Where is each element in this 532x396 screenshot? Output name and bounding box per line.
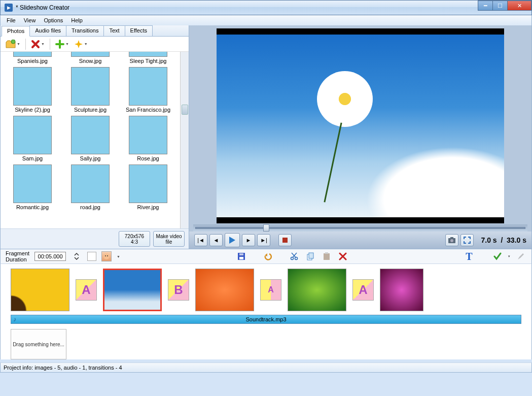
thumb-item[interactable]: River.jpg [125,164,171,210]
thumb-label: Rose.jpg [125,155,171,161]
aspect-value: 4:3 [119,239,150,245]
effect-button[interactable]: ▼ [73,39,89,50]
thumb-item[interactable]: Romantic.jpg [10,164,55,210]
thumb-item[interactable]: Sam.jpg [10,116,55,161]
timeline-audio-track[interactable]: ♪ Soundtrack.mp3 [11,315,521,324]
time-sep: / [501,236,503,244]
goto-start-button[interactable]: |◄ [194,234,207,246]
thumb-label: Sleep Tight.jpg [125,58,171,64]
chevron-down-icon: ▼ [17,42,20,46]
duration-stepper[interactable] [71,251,82,262]
text-tool-button[interactable]: T [464,251,475,262]
tab-text[interactable]: Text [103,25,125,36]
svg-rect-4 [450,237,453,239]
color-swatch[interactable] [87,252,96,261]
minimize-button[interactable]: ━ [478,1,493,11]
timeline-video-track[interactable]: A B A A [1,267,531,313]
thumb-label: Sam.jpg [10,155,55,161]
preview-panel: |◄ ◄ ► ►| 7.0 s / 33.0 s [189,25,531,249]
maximize-button[interactable]: ☐ [492,1,508,11]
thumb-item[interactable]: Snow.jpg [67,52,113,64]
thumb-item[interactable]: road.jpg [67,164,113,210]
chevron-down-icon: ▼ [84,42,88,46]
brush-button[interactable] [515,251,526,262]
open-folder-button[interactable]: ▼ [5,39,21,50]
resolution-button[interactable]: 720x576 4:3 [119,231,150,247]
fullscreen-icon [464,237,471,244]
play-button[interactable] [225,233,240,247]
thumb-image [13,52,52,57]
thumb-item[interactable]: Sally.jpg [67,116,113,161]
menu-options[interactable]: Options [40,16,67,24]
paste-icon [322,252,331,261]
thumb-item[interactable]: Sculpture.jpg [67,67,113,113]
timeline-transition[interactable]: A [76,279,97,301]
tab-effects[interactable]: Effects [125,25,153,36]
svg-rect-10 [239,253,243,255]
scrollbar-vertical[interactable] [180,52,189,228]
save-button[interactable] [236,251,247,262]
timeline-transition[interactable]: B [168,279,189,301]
thumb-image [129,52,167,57]
menu-file[interactable]: File [3,16,20,24]
menu-help[interactable]: Help [67,16,87,24]
thumb-label: River.jpg [125,204,171,210]
timeline-clip-selected[interactable] [103,269,162,311]
copy-button[interactable] [305,251,316,262]
timeline: A B A A ♪ Soundtrack.mp3 Drag something … [0,264,532,359]
daisy-graphic [317,71,373,127]
chevron-down-icon: ▼ [65,42,69,46]
drop-zone[interactable]: Drag something here... [11,329,66,359]
face-detect-button[interactable] [101,251,112,261]
thumb-item[interactable]: Rose.jpg [125,116,171,161]
timeline-clip[interactable] [288,269,346,311]
thumb-label: Sculpture.jpg [67,107,113,113]
timeline-transition[interactable]: A [352,279,374,301]
play-icon [228,236,236,244]
add-button[interactable]: ▼ [54,39,70,50]
tab-audio[interactable]: Audio files [29,25,66,36]
fullscreen-button[interactable] [460,234,474,246]
text-t-icon: T [466,251,472,262]
thumb-label: Sally.jpg [67,155,113,161]
tab-transitions[interactable]: Transitions [66,25,104,36]
thumb-item[interactable]: San Francisco.jpg [125,67,171,113]
cut-button[interactable] [289,251,300,262]
delete-item-button[interactable] [337,251,348,262]
thumb-item[interactable]: Spaniels.jpg [10,52,55,64]
timeline-clip[interactable] [11,269,69,311]
thumb-label: road.jpg [67,204,113,210]
scrollbar-thumb[interactable] [182,105,188,115]
prev-frame-button[interactable]: ◄ [209,234,223,246]
snapshot-button[interactable] [445,234,458,246]
undo-button[interactable] [262,251,273,262]
timeline-clip[interactable] [380,269,423,311]
separator [25,39,26,50]
paste-button[interactable] [321,251,332,262]
make-video-button[interactable]: Make video file [153,231,185,247]
stop-button[interactable] [278,234,292,246]
menu-view[interactable]: View [20,16,40,24]
statusbar: Project info: images - 5, audio - 1, tra… [0,362,532,373]
duration-input[interactable]: 00:05.000 [34,252,66,261]
apply-button[interactable] [492,251,503,262]
clouds-graphic [332,126,504,217]
thumb-item[interactable]: Sleep Tight.jpg [125,52,171,64]
timeline-clip[interactable] [195,269,254,311]
svg-point-0 [11,40,15,44]
close-button[interactable]: ✕ [507,1,531,11]
seek-thumb[interactable] [263,224,269,232]
preview-image [217,35,504,218]
next-frame-button[interactable]: ► [242,234,255,246]
thumb-item[interactable]: Skyline (2).jpg [10,67,55,113]
thumbnail-grid[interactable]: Spaniels.jpg Snow.jpg Sleep Tight.jpg Sk… [1,52,189,228]
seek-bar[interactable] [193,224,527,232]
library-panel: Photos Audio files Transitions Text Effe… [1,25,189,249]
time-display: 7.0 s / 33.0 s [481,236,526,244]
tab-photos[interactable]: Photos [2,26,30,37]
delete-button[interactable]: ▼ [30,39,46,50]
timeline-transition[interactable]: A [260,279,281,301]
svg-rect-9 [239,257,243,259]
goto-end-button[interactable]: ►| [257,234,270,246]
resolution-value: 720x576 [119,234,150,239]
